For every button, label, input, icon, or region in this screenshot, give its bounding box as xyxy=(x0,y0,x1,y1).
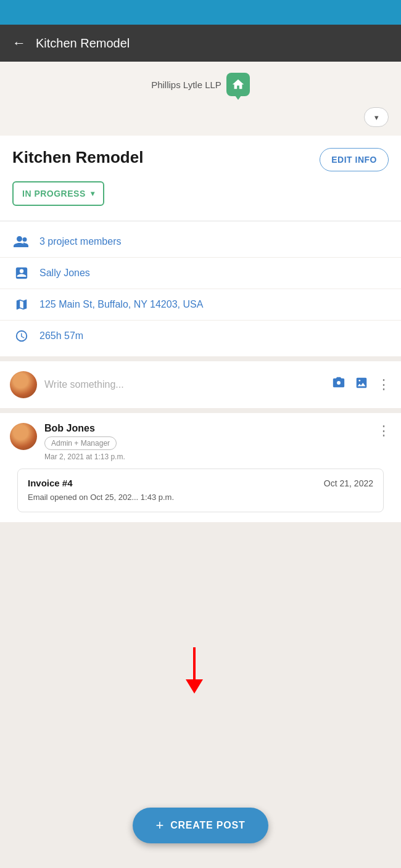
location-row[interactable]: 125 Main St, Buffalo, NY 14203, USA xyxy=(0,289,401,321)
edit-info-button[interactable]: EDIT INFO xyxy=(320,148,389,171)
time-row[interactable]: 265h 57m xyxy=(0,321,401,351)
project-details: 3 project members Sally Jones 125 Main S… xyxy=(0,221,401,361)
company-bar: Phillips Lytle LLP xyxy=(0,62,401,102)
header-title: Kitchen Remodel xyxy=(36,36,130,51)
time-text: 265h 57m xyxy=(39,330,83,342)
header: ← Kitchen Remodel xyxy=(0,25,401,62)
company-name: Phillips Lytle LLP xyxy=(151,80,221,90)
project-card: Kitchen Remodel EDIT INFO IN PROGRESS ▾ xyxy=(0,136,401,221)
back-button[interactable]: ← xyxy=(12,35,26,51)
post-card: Bob Jones Admin + Manager Mar 2, 2021 at… xyxy=(0,413,401,527)
svg-marker-2 xyxy=(186,679,203,694)
collapse-area: ▾ xyxy=(0,102,401,136)
composer-actions: ⋮ xyxy=(331,376,391,393)
create-post-button[interactable]: + CREATE POST xyxy=(133,808,268,843)
post-avatar-image xyxy=(10,423,37,450)
contact-icon xyxy=(12,266,31,280)
chevron-down-icon: ▾ xyxy=(374,113,379,122)
post-date: Mar 2, 2021 at 1:13 p.m. xyxy=(44,452,125,461)
composer-avatar-image xyxy=(10,371,37,398)
post-user-info: Bob Jones Admin + Manager Mar 2, 2021 at… xyxy=(10,423,125,461)
status-arrow-icon: ▾ xyxy=(91,189,95,198)
clock-icon xyxy=(12,329,31,343)
post-header: Bob Jones Admin + Manager Mar 2, 2021 at… xyxy=(10,423,391,461)
post-username: Bob Jones xyxy=(44,423,125,434)
invoice-detail: Email opened on Oct 25, 202... 1:43 p.m. xyxy=(28,492,373,503)
image-icon[interactable] xyxy=(355,376,368,393)
people-icon xyxy=(12,235,31,248)
post-role-badge: Admin + Manager xyxy=(44,436,117,450)
status-bar xyxy=(0,0,401,25)
collapse-button[interactable]: ▾ xyxy=(364,107,389,127)
contact-text: Sally Jones xyxy=(39,268,90,279)
members-text: 3 project members xyxy=(39,236,122,247)
invoice-row: Invoice #4 Oct 21, 2022 xyxy=(28,478,373,488)
post-meta: Bob Jones Admin + Manager Mar 2, 2021 at… xyxy=(44,423,125,461)
post-avatar xyxy=(10,423,37,450)
contact-row[interactable]: Sally Jones xyxy=(0,258,401,289)
annotation-arrow xyxy=(182,647,207,699)
project-title: Kitchen Remodel xyxy=(12,148,143,167)
invoice-card: Invoice #4 Oct 21, 2022 Email opened on … xyxy=(17,469,384,512)
map-icon xyxy=(12,298,31,311)
fab-plus-icon: + xyxy=(155,817,164,833)
invoice-date: Oct 21, 2022 xyxy=(324,478,373,488)
home-icon xyxy=(231,78,245,91)
status-badge[interactable]: IN PROGRESS ▾ xyxy=(12,181,104,206)
composer-avatar xyxy=(10,371,37,398)
invoice-title: Invoice #4 xyxy=(28,478,73,488)
status-label: IN PROGRESS xyxy=(22,189,86,199)
composer-input[interactable]: Write something... xyxy=(44,379,324,390)
post-more-icon[interactable]: ⋮ xyxy=(377,423,391,439)
fab-label: CREATE POST xyxy=(170,820,245,831)
composer-more-icon[interactable]: ⋮ xyxy=(377,377,391,393)
members-row[interactable]: 3 project members xyxy=(0,226,401,258)
location-text: 125 Main St, Buffalo, NY 14203, USA xyxy=(39,299,203,310)
app-icon[interactable] xyxy=(226,73,250,96)
post-composer: Write something... ⋮ xyxy=(0,361,401,413)
camera-icon[interactable] xyxy=(331,376,346,393)
project-card-header: Kitchen Remodel EDIT INFO xyxy=(12,148,389,171)
